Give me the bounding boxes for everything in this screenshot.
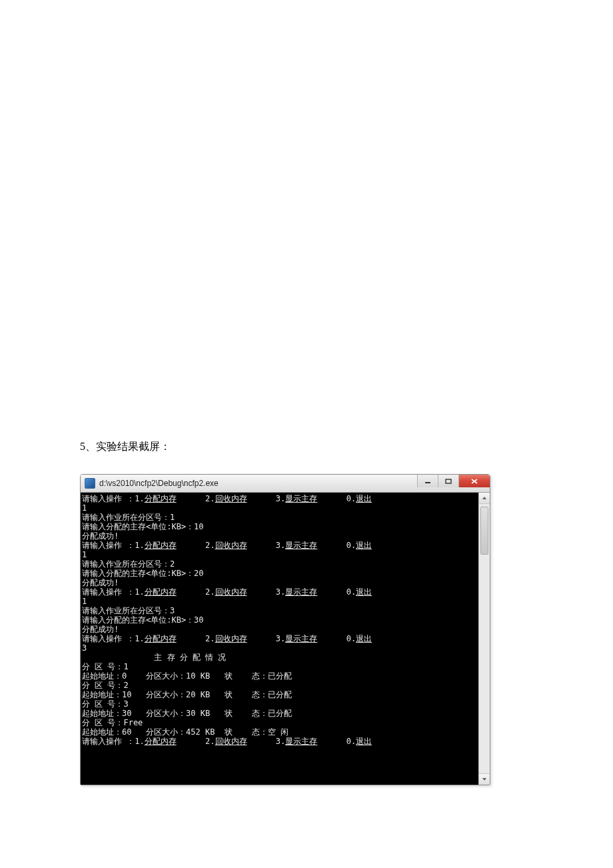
scroll-up-button[interactable] [479, 493, 490, 504]
section-heading: 5、实验结果截屏： [80, 440, 533, 454]
console-window: d:\vs2010\ncfp2\Debug\ncfp2.exe 请输入操作 ：1… [80, 474, 490, 785]
close-icon [470, 478, 478, 485]
scroll-thumb[interactable] [480, 507, 488, 555]
scrollbar[interactable] [478, 493, 490, 785]
chevron-down-icon [482, 777, 487, 781]
titlebar[interactable]: d:\vs2010\ncfp2\Debug\ncfp2.exe [81, 475, 490, 493]
scroll-track[interactable] [479, 504, 490, 773]
minimize-icon [424, 479, 431, 484]
console-output: 请输入操作 ：1.分配内存 2.回收内存 3.显示主存 0.退出1请输入作业所在… [81, 493, 478, 785]
maximize-icon [445, 479, 452, 484]
scroll-down-button[interactable] [479, 773, 490, 785]
window-controls [417, 475, 490, 492]
close-button[interactable] [458, 475, 490, 487]
svg-marker-5 [482, 778, 486, 781]
minimize-button[interactable] [417, 475, 438, 487]
maximize-button[interactable] [438, 475, 458, 487]
titlebar-left: d:\vs2010\ncfp2\Debug\ncfp2.exe [85, 478, 219, 489]
svg-rect-0 [425, 482, 430, 483]
svg-rect-1 [446, 479, 451, 483]
chevron-up-icon [482, 496, 487, 500]
svg-marker-4 [482, 497, 486, 499]
window-title: d:\vs2010\ncfp2\Debug\ncfp2.exe [99, 479, 219, 488]
app-icon [85, 478, 95, 489]
console-area: 请输入操作 ：1.分配内存 2.回收内存 3.显示主存 0.退出1请输入作业所在… [81, 493, 490, 785]
